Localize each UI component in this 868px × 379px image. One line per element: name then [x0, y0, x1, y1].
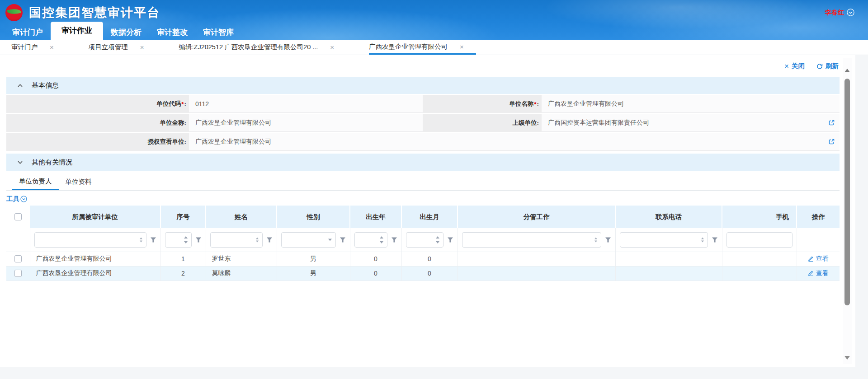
tel-filter-input[interactable]	[620, 232, 708, 248]
birth-year-filter-spinner[interactable]	[354, 232, 387, 248]
tab-close-icon[interactable]: ×	[140, 43, 144, 51]
tab-company-detail[interactable]: 广西农垦企业管理有限公司 ×	[369, 40, 476, 55]
filter-funnel-icon[interactable]	[391, 237, 397, 243]
filter-funnel-icon[interactable]	[340, 237, 346, 243]
filter-funnel-icon[interactable]	[195, 237, 202, 243]
refresh-icon	[816, 63, 823, 70]
unit-name-label: 单位名称*:	[423, 95, 542, 113]
filter-empty-cell	[6, 228, 30, 252]
table-row: 广西农垦企业管理有限公司 2 莫咏麟 男 0 0 查看	[6, 266, 840, 281]
filter-seq-cell	[160, 228, 206, 252]
cell-mobile	[722, 252, 797, 266]
cell-tel	[615, 266, 722, 281]
nav-audit-portal[interactable]: 审计门户	[5, 25, 51, 40]
close-icon: ×	[784, 62, 789, 70]
unit-managers-table: 所属被审计单位 序号 姓名 性别 出生年 出生月 分管工作 联系电话 手机 操作	[6, 206, 840, 281]
tab-close-icon[interactable]: ×	[50, 43, 54, 51]
mobile-filter-input[interactable]	[726, 232, 793, 248]
section-title: 基本信息	[32, 81, 59, 90]
col-name: 姓名	[206, 206, 277, 228]
table-header-row: 所属被审计单位 序号 姓名 性别 出生年 出生月 分管工作 联系电话 手机 操作	[6, 206, 840, 228]
gender-filter-dropdown[interactable]	[281, 232, 336, 248]
unit-code-field[interactable]: 0112	[189, 95, 423, 113]
view-button[interactable]: 查看	[808, 269, 829, 277]
scrollbar-thumb[interactable]	[844, 79, 850, 305]
tab-unit-documents[interactable]: 单位资料	[59, 173, 99, 190]
authorized-view-unit-field[interactable]: 广西农垦企业管理有限公司	[189, 133, 840, 151]
tools-menu-button[interactable]: 工具	[6, 195, 27, 203]
filter-row	[6, 228, 840, 252]
user-name[interactable]: 李春红	[825, 9, 844, 17]
tab-close-icon[interactable]: ×	[330, 43, 334, 51]
row-select-cell	[6, 252, 30, 266]
main-nav: 审计门户 审计作业 数据分析 审计整改 审计智库	[0, 25, 868, 40]
cell-gender: 男	[277, 252, 350, 266]
refresh-page-button[interactable]: 刷新	[816, 62, 839, 70]
col-gender: 性别	[277, 206, 350, 228]
tab-close-icon[interactable]: ×	[460, 43, 464, 51]
unit-full-name-field[interactable]: 广西农垦企业管理有限公司	[189, 114, 423, 132]
nav-audit-rectify[interactable]: 审计整改	[149, 25, 195, 40]
company-logo	[5, 4, 23, 21]
parent-unit-field[interactable]: 广西国控资本运营集团有限责任公司	[542, 114, 840, 132]
scroll-up-arrow[interactable]	[844, 69, 850, 72]
row-checkbox[interactable]	[14, 270, 22, 277]
tab-edit-project[interactable]: 编辑:ZJ202512 广西农垦企业管理有限公司20 ... ×	[179, 40, 347, 55]
external-link-icon[interactable]	[828, 138, 835, 145]
nav-audit-knowledge[interactable]: 审计智库	[195, 25, 241, 40]
cell-name: 罗世东	[206, 252, 277, 266]
filter-funnel-icon[interactable]	[266, 237, 273, 243]
app-header: 国控集团智慧审计平台 李春红 审计门户 审计作业 数据分析 审计整改 审计智库	[0, 0, 868, 40]
filter-mobile-cell	[722, 228, 797, 252]
filter-birth-year-cell	[350, 228, 401, 252]
cell-seq: 1	[160, 252, 206, 266]
required-mark: *	[181, 101, 184, 108]
filter-name-cell	[206, 228, 277, 252]
filter-funnel-icon[interactable]	[712, 237, 718, 243]
other-info-tabs: 单位负责人 单位资料	[6, 173, 840, 191]
tab-audit-portal[interactable]: 审计门户 ×	[11, 40, 66, 55]
birth-month-filter-spinner[interactable]	[406, 232, 443, 248]
select-all-checkbox[interactable]	[14, 213, 22, 220]
unit-name-field[interactable]: 广西农垦企业管理有限公司	[542, 95, 840, 113]
tab-project-approval[interactable]: 项目立项管理 ×	[89, 40, 156, 55]
seq-filter-spinner[interactable]	[165, 232, 192, 248]
external-link-icon[interactable]	[828, 119, 835, 126]
user-chevron-down-icon[interactable]	[847, 9, 854, 16]
cell-birth-year: 0	[350, 266, 401, 281]
table-row: 广西农垦企业管理有限公司 1 罗世东 男 0 0 查看	[6, 252, 840, 266]
page-actions: × 关闭 刷新	[6, 55, 840, 74]
col-tel: 联系电话	[615, 206, 722, 228]
unit-filter-input[interactable]	[34, 232, 146, 248]
unit-full-name-label: 单位全称:	[6, 114, 189, 132]
tab-label[interactable]: 审计门户	[11, 43, 38, 51]
filter-funnel-icon[interactable]	[605, 237, 611, 243]
view-button[interactable]: 查看	[808, 255, 829, 263]
tab-label[interactable]: 项目立项管理	[89, 43, 128, 51]
other-info-section-header[interactable]: 其他有关情况	[6, 154, 840, 171]
filter-funnel-icon[interactable]	[447, 237, 453, 243]
cell-birth-month: 0	[401, 266, 458, 281]
nav-data-analysis[interactable]: 数据分析	[103, 25, 149, 40]
user-menu[interactable]: 李春红	[825, 9, 854, 17]
duty-filter-input[interactable]	[462, 232, 601, 248]
cell-unit: 广西农垦企业管理有限公司	[30, 252, 160, 266]
basic-info-section-header[interactable]: 基本信息	[6, 77, 840, 94]
scroll-down-arrow[interactable]	[844, 356, 850, 360]
filter-action-cell	[797, 228, 840, 252]
name-filter-input[interactable]	[210, 232, 263, 248]
filter-birth-month-cell	[401, 228, 458, 252]
nav-audit-work[interactable]: 审计作业	[51, 22, 103, 40]
tab-label[interactable]: 编辑:ZJ202512 广西农垦企业管理有限公司20 ...	[179, 43, 318, 51]
cell-tel	[615, 252, 722, 266]
row-checkbox[interactable]	[14, 255, 22, 262]
vertical-scrollbar[interactable]	[843, 58, 852, 364]
tab-label[interactable]: 广西农垦企业管理有限公司	[369, 42, 448, 51]
cell-gender: 男	[277, 266, 350, 281]
filter-tel-cell	[615, 228, 722, 252]
close-page-button[interactable]: × 关闭	[784, 62, 805, 70]
filter-unit-cell	[30, 228, 160, 252]
filter-funnel-icon[interactable]	[150, 237, 156, 243]
tab-unit-managers[interactable]: 单位负责人	[12, 173, 59, 190]
select-all-cell	[6, 206, 30, 228]
